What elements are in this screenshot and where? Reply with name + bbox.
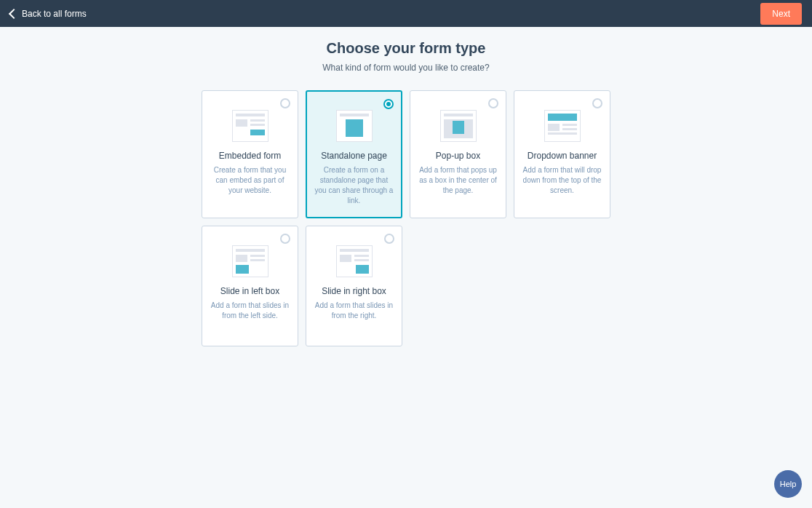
card-standalone-page[interactable]: Standalone page Create a form on a stand… (306, 90, 402, 218)
thumb-standalone-icon (336, 110, 373, 142)
card-title: Standalone page (314, 151, 394, 161)
thumb-dropdown-icon (544, 110, 581, 142)
chevron-left-icon (9, 8, 19, 18)
card-desc: Add a form that slides in from the left … (210, 301, 290, 321)
form-type-grid: Embedded form Create a form that you can… (0, 90, 812, 346)
card-desc: Add a form that will drop down from the … (522, 165, 602, 196)
thumb-slide-right-icon (336, 245, 373, 277)
card-desc: Add a form that slides in from the right… (314, 301, 394, 321)
help-button[interactable]: Help (774, 470, 802, 498)
radio-slide-right[interactable] (384, 234, 394, 244)
card-embedded-form[interactable]: Embedded form Create a form that you can… (202, 90, 298, 218)
back-label: Back to all forms (22, 9, 87, 19)
card-dropdown-banner[interactable]: Dropdown banner Add a form that will dro… (514, 90, 610, 218)
card-popup-box[interactable]: Pop-up box Add a form that pops up as a … (410, 90, 506, 218)
thumb-slide-left-icon (232, 245, 268, 277)
card-title: Slide in left box (210, 286, 290, 296)
page-subtitle: What kind of form would you like to crea… (0, 63, 812, 73)
radio-embedded[interactable] (280, 98, 290, 108)
card-desc: Create a form on a standalone page that … (314, 165, 394, 206)
radio-slide-left[interactable] (280, 234, 290, 244)
back-to-forms-link[interactable]: Back to all forms (10, 9, 87, 19)
next-button[interactable]: Next (760, 3, 802, 25)
card-title: Embedded form (210, 151, 290, 161)
card-title: Dropdown banner (522, 151, 602, 161)
card-title: Pop-up box (418, 151, 498, 161)
topbar: Back to all forms Next (0, 0, 812, 27)
card-title: Slide in right box (314, 286, 394, 296)
main-content: Choose your form type What kind of form … (0, 27, 812, 346)
card-slide-in-left[interactable]: Slide in left box Add a form that slides… (202, 226, 298, 346)
radio-popup[interactable] (488, 98, 498, 108)
thumb-embedded-icon (232, 110, 268, 142)
page-title: Choose your form type (0, 40, 812, 57)
radio-dropdown[interactable] (592, 98, 602, 108)
card-desc: Add a form that pops up as a box in the … (418, 165, 498, 196)
radio-standalone[interactable] (383, 99, 394, 109)
thumb-popup-icon (440, 110, 477, 142)
card-slide-in-right[interactable]: Slide in right box Add a form that slide… (306, 226, 402, 346)
card-desc: Create a form that you can embed as part… (210, 165, 290, 196)
